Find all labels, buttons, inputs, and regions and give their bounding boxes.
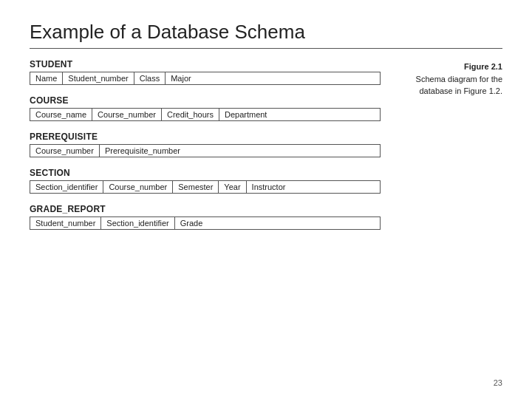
content-area: STUDENTNameStudent_numberClassMajorCOURS… <box>30 59 502 240</box>
schema-name-section: SECTION <box>30 168 381 178</box>
schema-cell: Major <box>166 72 197 84</box>
title-divider <box>30 48 502 49</box>
page-number: 23 <box>494 378 502 387</box>
schema-cell: Course_number <box>103 181 173 193</box>
schema-block-course: COURSECourse_nameCourse_numberCredit_hou… <box>30 95 381 121</box>
schema-block-grade_report: GRADE_REPORTStudent_numberSection_identi… <box>30 204 381 230</box>
schema-table-grade_report: Student_numberSection_identifierGrade <box>30 216 381 230</box>
schema-table-student: NameStudent_numberClassMajor <box>30 72 381 85</box>
figure-description: Schema diagram for the database in Figur… <box>381 73 502 98</box>
schema-cell: Name <box>30 72 63 84</box>
schema-cell: Section_identifier <box>30 181 103 193</box>
schema-cell: Department <box>219 109 272 120</box>
schema-block-section: SECTIONSection_identifierCourse_numberSe… <box>30 168 381 194</box>
page: Example of a Database Schema STUDENTName… <box>0 0 532 399</box>
schema-table-course: Course_nameCourse_numberCredit_hoursDepa… <box>30 108 381 121</box>
schema-cell: Semester <box>173 181 219 193</box>
schema-cell: Class <box>134 72 166 84</box>
schema-block-student: STUDENTNameStudent_numberClassMajor <box>30 59 381 85</box>
schema-cell: Course_number <box>30 145 100 157</box>
schema-cell: Instructor <box>247 181 291 193</box>
schema-cell: Prerequisite_number <box>100 145 185 157</box>
schema-table-prerequisite: Course_numberPrerequisite_number <box>30 144 381 157</box>
schema-name-grade_report: GRADE_REPORT <box>30 204 381 214</box>
schema-cell: Course_name <box>30 109 92 120</box>
schemas-container: STUDENTNameStudent_numberClassMajorCOURS… <box>30 59 381 240</box>
figure-label: Figure 2.1 <box>381 61 502 73</box>
schema-name-student: STUDENT <box>30 59 381 69</box>
schema-cell: Student_number <box>63 72 134 84</box>
figure-caption: Figure 2.1 Schema diagram for the databa… <box>381 59 502 98</box>
page-title: Example of a Database Schema <box>30 21 502 44</box>
schema-cell: Course_number <box>92 109 162 120</box>
schema-cell: Year <box>219 181 246 193</box>
schema-table-section: Section_identifierCourse_numberSemesterY… <box>30 180 381 194</box>
schema-cell: Grade <box>175 217 208 229</box>
schema-name-prerequisite: PREREQUISITE <box>30 132 381 142</box>
schema-name-course: COURSE <box>30 95 381 106</box>
schema-cell: Section_identifier <box>101 217 174 229</box>
schema-block-prerequisite: PREREQUISITECourse_numberPrerequisite_nu… <box>30 132 381 157</box>
schema-cell: Student_number <box>30 217 101 229</box>
schema-cell: Credit_hours <box>162 109 219 120</box>
